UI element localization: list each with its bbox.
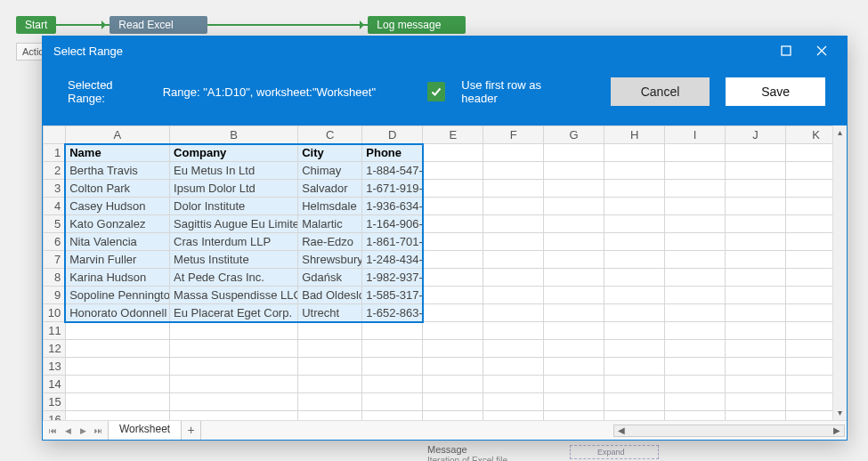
vertical-scrollbar[interactable]: ▴ ▾ xyxy=(832,125,847,420)
cancel-button[interactable]: Cancel xyxy=(611,77,710,106)
cell[interactable] xyxy=(665,215,726,233)
cell[interactable] xyxy=(665,269,726,287)
cell[interactable] xyxy=(604,358,665,376)
cell[interactable]: Salvador xyxy=(298,180,362,198)
col-header[interactable]: A xyxy=(65,126,169,144)
row-header[interactable]: 7 xyxy=(44,251,66,269)
cell[interactable]: At Pede Cras Inc. xyxy=(170,269,298,287)
scroll-up-icon[interactable]: ▴ xyxy=(833,125,847,140)
cell[interactable]: 1-884-547-5074 xyxy=(362,162,423,180)
cell[interactable] xyxy=(544,180,604,198)
cell[interactable]: 1-861-701-6400 xyxy=(362,233,423,251)
corner-cell[interactable] xyxy=(44,126,66,144)
wf-expand-box[interactable]: Expand xyxy=(570,445,659,459)
cell[interactable] xyxy=(170,340,298,358)
cell[interactable] xyxy=(483,304,544,322)
cell[interactable] xyxy=(423,162,483,180)
col-header[interactable]: F xyxy=(483,126,544,144)
cell[interactable]: Sopoline Pennington xyxy=(65,287,169,304)
row-header[interactable]: 3 xyxy=(44,180,66,198)
cell[interactable] xyxy=(423,304,483,322)
cell[interactable]: Metus Institute xyxy=(170,251,298,269)
cell[interactable] xyxy=(362,358,423,376)
cell[interactable] xyxy=(604,340,665,358)
cell[interactable]: Kato Gonzalez xyxy=(65,215,169,233)
cell[interactable] xyxy=(665,358,726,376)
cell[interactable] xyxy=(423,340,483,358)
cell[interactable]: Marvin Fuller xyxy=(65,251,169,269)
col-header[interactable]: B xyxy=(170,126,298,144)
tab-prev-icon[interactable]: ◀ xyxy=(61,426,74,435)
cell[interactable] xyxy=(544,215,604,233)
cell[interactable] xyxy=(423,198,483,215)
cell[interactable] xyxy=(423,233,483,251)
tab-last-icon[interactable]: ⏭ xyxy=(92,426,104,435)
cell[interactable] xyxy=(483,269,544,287)
cell[interactable] xyxy=(423,411,483,421)
cell[interactable]: 1-982-937-9352 xyxy=(362,269,423,287)
cell[interactable] xyxy=(665,198,726,215)
cell[interactable] xyxy=(544,162,604,180)
col-header[interactable]: C xyxy=(298,126,362,144)
cell[interactable] xyxy=(726,287,786,304)
cell[interactable] xyxy=(362,411,423,421)
add-sheet-button[interactable]: + xyxy=(182,421,201,440)
close-button[interactable] xyxy=(804,38,840,63)
cell[interactable] xyxy=(726,269,786,287)
cell[interactable]: Name xyxy=(65,144,169,162)
cell[interactable] xyxy=(665,162,726,180)
wf-node-read-excel[interactable]: Read Excel xyxy=(110,16,207,34)
cell[interactable] xyxy=(726,162,786,180)
cell[interactable] xyxy=(665,144,726,162)
cell[interactable]: Casey Hudson xyxy=(65,198,169,215)
cell[interactable] xyxy=(423,180,483,198)
cell[interactable] xyxy=(298,376,362,393)
cell[interactable]: Eu Placerat Eget Corp. xyxy=(170,304,298,322)
cell[interactable]: Massa Suspendisse LLC xyxy=(170,287,298,304)
cell[interactable] xyxy=(604,304,665,322)
row-header[interactable]: 10 xyxy=(44,304,66,322)
sheet-tab[interactable]: Worksheet xyxy=(108,421,182,440)
tab-nav-buttons[interactable]: ⏮ ◀ ▶ ⏭ xyxy=(43,421,108,440)
col-header[interactable]: I xyxy=(665,126,726,144)
cell[interactable] xyxy=(298,340,362,358)
cell[interactable] xyxy=(423,376,483,393)
row-header[interactable]: 5 xyxy=(44,215,66,233)
cell[interactable] xyxy=(65,340,169,358)
cell[interactable]: Chimay xyxy=(298,162,362,180)
cell[interactable] xyxy=(483,251,544,269)
cell[interactable] xyxy=(604,215,665,233)
cell[interactable] xyxy=(604,233,665,251)
cell[interactable]: Eu Metus In Ltd xyxy=(170,162,298,180)
cell[interactable] xyxy=(298,393,362,411)
cell[interactable] xyxy=(544,251,604,269)
cell[interactable] xyxy=(483,233,544,251)
cell[interactable] xyxy=(665,376,726,393)
cell[interactable] xyxy=(604,287,665,304)
cell[interactable] xyxy=(544,411,604,421)
cell[interactable]: Honorato Odonnell xyxy=(65,304,169,322)
cell[interactable]: Cras Interdum LLP xyxy=(170,233,298,251)
cell[interactable] xyxy=(726,251,786,269)
scroll-down-icon[interactable]: ▾ xyxy=(833,406,847,420)
maximize-button[interactable] xyxy=(768,38,804,63)
cell[interactable] xyxy=(726,340,786,358)
row-header[interactable]: 6 xyxy=(44,233,66,251)
cell[interactable]: Colton Park xyxy=(65,180,169,198)
cell[interactable] xyxy=(665,411,726,421)
cell[interactable]: 1-585-317-5866 xyxy=(362,287,423,304)
cell[interactable] xyxy=(544,144,604,162)
cell[interactable] xyxy=(423,393,483,411)
cell[interactable] xyxy=(483,198,544,215)
cell[interactable] xyxy=(423,269,483,287)
cell[interactable]: City xyxy=(298,144,362,162)
cell[interactable]: Dolor Institute xyxy=(170,198,298,215)
cell[interactable] xyxy=(362,376,423,393)
col-header[interactable]: J xyxy=(726,126,786,144)
tab-next-icon[interactable]: ▶ xyxy=(77,426,89,435)
row-header[interactable]: 4 xyxy=(44,198,66,215)
cell[interactable] xyxy=(544,198,604,215)
cell[interactable]: Rae-Edzo xyxy=(298,233,362,251)
cell[interactable] xyxy=(604,251,665,269)
cell[interactable] xyxy=(665,233,726,251)
